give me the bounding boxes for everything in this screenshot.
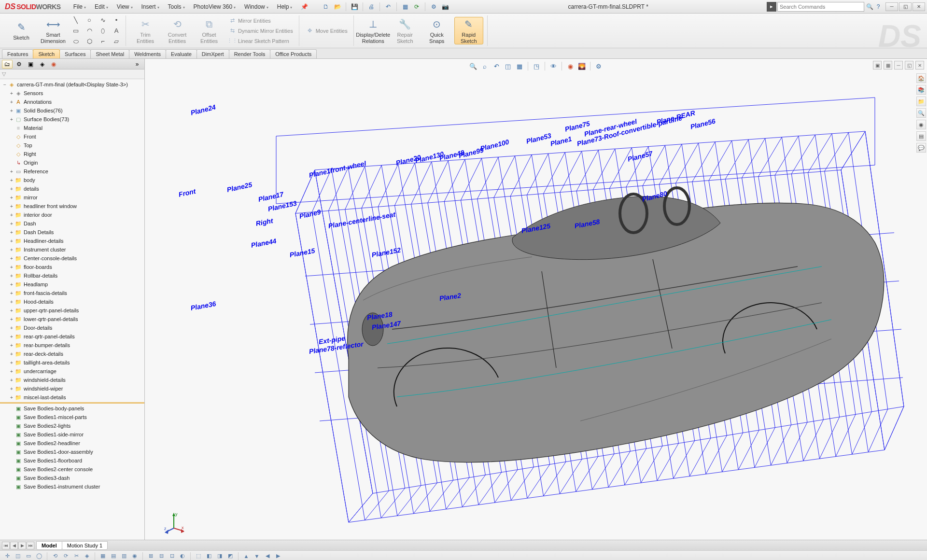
tree-folder[interactable]: +📁Headliner-details — [0, 237, 144, 245]
bt-icon[interactable]: ◈ — [83, 552, 91, 560]
bt-icon[interactable]: ▲ — [242, 552, 251, 560]
point-tool-icon[interactable]: • — [111, 15, 122, 25]
tree-save-item[interactable]: ▣Save Bodies2-headliner — [0, 439, 144, 448]
tree-folder[interactable]: +📁Door-details — [0, 323, 144, 332]
tree-folder[interactable]: +📁Center-console-details — [0, 254, 144, 263]
menu-photoview[interactable]: PhotoView 360 — [190, 2, 240, 12]
bt-icon[interactable]: ▦ — [98, 552, 107, 560]
tree-save-item[interactable]: ▣Save Bodies3-dash — [0, 474, 144, 482]
tree-save-item[interactable]: ▣Save Bodies1-side-mirror — [0, 430, 144, 439]
polygon-tool-icon[interactable]: ⬡ — [84, 37, 95, 46]
ellipse-tool-icon[interactable]: ⬯ — [98, 26, 108, 36]
graphics-viewport[interactable]: 🔍 ⌕ ↶ ◫ ▦ ◳ 👁 ◉ 🌄 ⚙ ▣ ▦ ─ ◱ ✕ 🏠 📚 📁 🔍 — [145, 59, 927, 540]
tree-folder[interactable]: +📁rear-qrtr-panel-details — [0, 332, 144, 341]
tree-folder[interactable]: +📁details — [0, 184, 144, 193]
slot-tool-icon[interactable]: ⬭ — [70, 37, 81, 46]
bt-icon[interactable]: ▥ — [120, 552, 128, 560]
tree-folder[interactable]: +📁rear-bumper-details — [0, 341, 144, 350]
bt-icon[interactable]: ⊡ — [168, 552, 176, 560]
tab-last-icon[interactable]: ⏭ — [27, 542, 34, 549]
restore-button[interactable]: ◱ — [899, 2, 912, 11]
orientation-triad[interactable]: y x z — [163, 512, 184, 533]
tree-folder[interactable]: +📁body — [0, 176, 144, 184]
tree-item[interactable]: ≡Material — [0, 124, 144, 132]
tree-folder[interactable]: +📁Rollbar-details — [0, 271, 144, 280]
tab-first-icon[interactable]: ⏮ — [2, 542, 10, 549]
tree-folder[interactable]: +📁interior door — [0, 210, 144, 219]
arc-tool-icon[interactable]: ◠ — [84, 26, 95, 36]
minimize-button[interactable]: ─ — [885, 2, 898, 11]
tree-item[interactable]: ◇Front — [0, 132, 144, 141]
tree-item[interactable]: +◈Sensors — [0, 89, 144, 98]
tree-folder[interactable]: +📁miscel-last-details — [0, 393, 144, 402]
tree-item[interactable]: ◇Top — [0, 141, 144, 150]
bt-icon[interactable]: ◐ — [178, 552, 187, 560]
dynamic-mirror-button[interactable]: ⇆Dynamic Mirror Entities — [226, 26, 295, 36]
menu-tools[interactable]: Tools — [164, 2, 189, 12]
bt-icon[interactable]: ⬚ — [194, 552, 203, 560]
spline-tool-icon[interactable]: ∿ — [98, 15, 108, 25]
tree-save-item[interactable]: ▣Save Bodies1-door-assembly — [0, 448, 144, 456]
rectangle-tool-icon[interactable]: ▭ — [70, 26, 81, 36]
text-tool-icon[interactable]: A — [111, 26, 122, 36]
tab-prev-icon[interactable]: ◀ — [10, 542, 18, 549]
tree-folder[interactable]: +📁floor-boards — [0, 263, 144, 271]
menu-edit[interactable]: Edit — [91, 2, 112, 12]
qat-options-icon[interactable]: ⚙ — [429, 2, 438, 11]
feature-tree-tab-icon[interactable]: 🗂 — [2, 60, 13, 69]
rapid-sketch-button[interactable]: ✎ Rapid Sketch — [454, 17, 483, 44]
bt-icon[interactable]: ▶ — [274, 552, 282, 560]
config-manager-tab-icon[interactable]: ▣ — [25, 60, 36, 69]
tree-item[interactable]: +AAnnotations — [0, 98, 144, 106]
tree-folder[interactable]: +📁Headlamp — [0, 280, 144, 289]
menu-view[interactable]: View — [113, 2, 137, 12]
tree-save-item[interactable]: ▣Save Bodies2-center console — [0, 465, 144, 474]
move-entities-button[interactable]: ✥Move Entities — [304, 26, 350, 36]
tree-save-item[interactable]: ▣Save Bodies1-miscel-parts — [0, 413, 144, 421]
linear-pattern-button[interactable]: ⋮⋮Linear Sketch Pattern — [226, 36, 295, 46]
tree-folder[interactable]: +📁headliner front window — [0, 202, 144, 210]
bt-icon[interactable]: ◯ — [35, 552, 43, 560]
tree-save-item[interactable]: ▣Save Bodies-body-panels — [0, 404, 144, 413]
tree-folder[interactable]: +📁mirror — [0, 193, 144, 202]
tree-folder[interactable]: +📁windshield-wiper — [0, 384, 144, 393]
search-input[interactable] — [777, 2, 864, 12]
tree-folder[interactable]: +📁Dash Details — [0, 228, 144, 237]
repair-sketch-button[interactable]: 🔧 Repair Sketch — [391, 17, 420, 43]
search-launch-icon[interactable]: ▸ — [767, 2, 776, 12]
menu-file[interactable]: File — [70, 2, 90, 12]
feature-tree[interactable]: −◈carrera-GT-mm-final (default<Display S… — [0, 79, 144, 540]
tab-surfaces[interactable]: Surfaces — [59, 49, 91, 58]
plane-tool-icon[interactable]: ▱ — [111, 37, 122, 46]
tree-folder[interactable]: +📁Instrument cluster — [0, 245, 144, 254]
bt-icon[interactable]: ✂ — [72, 552, 81, 560]
bt-icon[interactable]: ◨ — [215, 552, 224, 560]
tree-item[interactable]: +▣Solid Bodies(76) — [0, 106, 144, 115]
trim-entities-button[interactable]: ✂ Trim Entities — [131, 17, 160, 43]
tree-folder[interactable]: +📁Dash — [0, 219, 144, 228]
menu-insert[interactable]: Insert — [138, 2, 163, 12]
bt-icon[interactable]: ◉ — [130, 552, 139, 560]
tree-save-item[interactable]: ▣Save Bodies2-lights — [0, 421, 144, 430]
rollback-bar[interactable] — [0, 402, 144, 404]
panel-expand-icon[interactable]: » — [132, 60, 142, 69]
offset-entities-button[interactable]: ⧉ Offset Entities — [195, 17, 224, 43]
display-manager-tab-icon[interactable]: ◉ — [48, 60, 59, 69]
tree-folder[interactable]: +📁front-fascia-details — [0, 289, 144, 297]
line-tool-icon[interactable]: ╲ — [70, 15, 81, 25]
qat-new-icon[interactable]: 🗋 — [322, 2, 330, 11]
tree-filter[interactable]: ▽ — [0, 70, 144, 79]
tree-item[interactable]: ↳Origin — [0, 158, 144, 167]
menu-pin-icon[interactable]: 📌 — [297, 2, 312, 12]
tree-save-item[interactable]: ▣Save Bodies1-floorboard — [0, 456, 144, 465]
convert-entities-button[interactable]: ⟲ Convert Entities — [163, 17, 192, 43]
bt-icon[interactable]: ▤ — [109, 552, 118, 560]
tree-save-item[interactable]: ▣Save Bodies1-instrument cluster — [0, 482, 144, 491]
tree-item[interactable]: +▭Reference — [0, 167, 144, 176]
qat-open-icon[interactable]: 📂 — [333, 2, 342, 11]
close-button[interactable]: ✕ — [913, 2, 925, 11]
tab-sheetmetal[interactable]: Sheet Metal — [90, 49, 129, 58]
qat-print-icon[interactable]: 🖨 — [367, 2, 376, 11]
bt-icon[interactable]: ⟳ — [61, 552, 70, 560]
qat-rebuild-icon[interactable]: ⟳ — [412, 2, 421, 11]
